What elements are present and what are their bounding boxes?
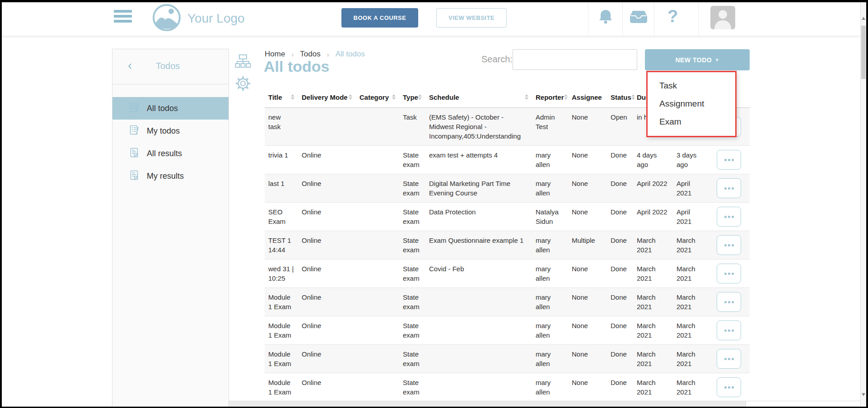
breadcrumb-todos-link[interactable]: Todos [300,50,320,59]
book-a-course-button[interactable]: BOOK A COURSE [341,8,418,28]
table-cell: wed 31 | 10:25 [265,260,298,287]
gear-icon[interactable] [235,76,251,93]
user-avatar[interactable] [710,6,735,29]
horizontal-scrollbar[interactable] [229,401,860,407]
table-cell: March 2021 [673,345,708,373]
inbox-tray-icon[interactable] [630,10,648,24]
search-label: Search: [481,54,513,65]
sidebar-item-all-results[interactable]: All results [112,142,229,165]
row-actions-button[interactable] [717,377,741,397]
table-cell: trivia 1 [265,146,298,174]
column-header-delivery-mode[interactable]: Delivery Mode [298,93,356,101]
table-cell: None [568,345,607,373]
sort-arrows-icon[interactable] [349,94,352,100]
row-actions-cell [708,146,750,174]
sort-arrows-icon[interactable] [564,94,568,100]
table-cell: Online [298,260,356,287]
table-cell [356,345,399,373]
table-cell: April 2021 [673,203,708,231]
table-cell: Online [298,174,356,202]
row-actions-button[interactable] [717,207,741,227]
column-label: Reporter [536,93,564,101]
table-cell [356,174,399,202]
new-todo-button[interactable]: NEW TODO▼ [645,49,750,70]
table-cell: Online [298,231,356,259]
column-header-status[interactable]: Status [607,93,633,101]
column-label: Delivery Mode [302,93,348,101]
table-cell: Online [298,203,356,231]
table-cell: None [568,260,607,287]
column-header-category[interactable]: Category [356,93,399,101]
logo-link[interactable]: Your Logo [152,4,245,33]
column-label: Status [611,93,631,101]
hamburger-menu-icon[interactable] [114,10,132,25]
caret-down-icon: ▼ [715,58,719,62]
table-cell: March 2021 [633,345,673,373]
table-cell: March 2021 [633,316,673,344]
row-actions-button[interactable] [717,320,741,340]
horizontal-scrollbar-thumb[interactable] [229,401,746,407]
table-cell: Done [607,260,633,287]
row-actions-button[interactable] [717,264,741,283]
table-cell: 4 days ago [633,146,673,174]
menu-item-assignment[interactable]: Assignment [648,95,735,113]
breadcrumb: Home › Todos › All todos [265,50,365,59]
sidebar-item-label: All todos [147,104,178,113]
sort-arrows-icon[interactable] [291,94,294,100]
table-cell: mary allen [532,231,568,259]
vertical-scrollbar[interactable] [860,2,866,407]
table-cell [356,231,399,259]
column-header-schedule[interactable]: Schedule [425,93,532,101]
sort-arrows-icon[interactable] [392,94,396,100]
column-header-reporter[interactable]: Reporter [532,93,568,101]
table-cell: April 2022 [633,174,673,202]
table-cell: March 2021 [673,373,708,401]
notifications-bell-icon[interactable] [597,9,614,26]
scroll-down-arrow-icon[interactable] [862,393,865,396]
table-cell [425,288,532,316]
sidebar-item-my-results[interactable]: My results [112,165,229,187]
table-cell: State exam [399,288,425,316]
sidebar-item-all-todos[interactable]: All todos [112,97,229,120]
row-actions-cell [708,345,750,373]
table-cell: Done [607,146,633,174]
table-cell: March 2021 [673,316,708,344]
sort-arrows-icon[interactable] [525,94,528,100]
table-cell: mary allen [532,146,568,174]
vertical-scrollbar-thumb[interactable] [861,26,866,79]
row-actions-cell [708,174,750,202]
search-input[interactable] [513,49,637,70]
menu-item-exam[interactable]: Exam [648,113,735,131]
scroll-up-arrow-icon[interactable] [862,17,865,20]
sidebar-item-my-todos[interactable]: My todos [112,120,229,142]
table-cell: March 2021 [673,288,708,316]
row-actions-button[interactable] [717,150,741,170]
row-actions-button[interactable] [717,292,741,312]
sidebar-back-chevron-icon[interactable]: ‹ [128,59,132,72]
table-row: last 1OnlineState examDigital Marketing … [265,174,750,203]
table-cell: None [568,288,607,316]
breadcrumb-current: All todos [336,50,365,59]
help-icon[interactable]: ? [667,6,678,27]
table-cell [425,373,532,401]
column-header-type[interactable]: Type [399,93,425,101]
table-cell: Data Protection [425,203,532,231]
sort-arrows-icon[interactable] [418,94,422,100]
sidebar-item-label: My todos [147,126,180,136]
row-actions-cell [708,203,750,231]
breadcrumb-home-link[interactable]: Home [265,50,285,59]
topbar-divider [654,0,654,36]
column-header-title[interactable]: Title [265,93,298,101]
table-cell: Module 1 Exam [265,316,298,344]
table-cell: Done [607,345,633,373]
row-actions-button[interactable] [717,178,741,198]
table-cell: None [568,174,607,202]
row-actions-button[interactable] [717,349,741,369]
org-chart-icon[interactable] [235,54,251,70]
row-actions-button[interactable] [717,235,741,255]
table-cell: mary allen [532,174,568,202]
menu-item-task[interactable]: Task [648,77,735,95]
table-cell: Digital Marketing Part Time Evening Cour… [425,174,532,202]
column-label: Assignee [572,93,602,101]
view-website-button[interactable]: VIEW WEBSITE [436,8,507,28]
